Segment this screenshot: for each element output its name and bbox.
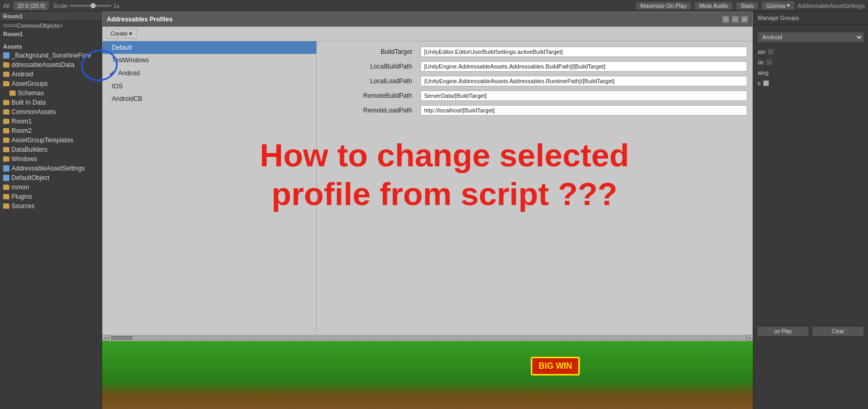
field-value-localloadpath[interactable] (420, 76, 747, 86)
field-label-alog: alog (758, 70, 769, 76)
folder-icon (3, 147, 9, 152)
list-item[interactable]: Plugins (0, 192, 101, 201)
window-menu-button[interactable]: ≡ (722, 16, 729, 23)
profile-label-androidcb: AndroidCB (112, 95, 142, 103)
folder-icon (9, 90, 16, 96)
addressables-profiles-window: Addressables Profiles ≡ — ✕ Create ▾ Def… (102, 12, 753, 341)
left-panel-header: Room1 (0, 12, 101, 21)
list-item[interactable]: ddressableAssetsData (0, 60, 101, 70)
field-label-localloadpath: LocalLoadPath (322, 77, 416, 85)
field-value-localbuildpath[interactable] (420, 61, 747, 72)
folder-icon (3, 128, 9, 133)
list-item[interactable]: AddressableAssetSettings (0, 164, 101, 173)
checkbox-e[interactable]: ✓ (763, 80, 769, 86)
list-item[interactable]: DefaultObject (0, 173, 101, 183)
profile-item-androidcb[interactable]: AndroidCB (102, 93, 316, 105)
checkbox-ate[interactable] (768, 49, 774, 55)
right-panel-buttons: on Play Clear (753, 324, 868, 338)
list-item[interactable]: Built In Data (0, 98, 101, 107)
scrollbar-thumb[interactable] (111, 336, 132, 339)
asset-icon (3, 165, 9, 172)
right-panel-platform: Android (753, 32, 868, 42)
asset-icon (3, 175, 9, 181)
toolbar-right: Maximize On Play Mute Audio Stats Gizmos… (636, 1, 865, 10)
field-row-localloadpath: LocalLoadPath (322, 76, 747, 86)
on-play-button[interactable]: on Play (757, 326, 809, 336)
list-item[interactable]: CommonAssets (0, 107, 101, 117)
profile-item-testwindows[interactable]: TestWindows (102, 54, 316, 66)
window-minimize-button[interactable]: — (732, 16, 739, 23)
list-item[interactable]: Schemas (0, 88, 101, 98)
field-alog: alog (753, 67, 868, 78)
scroll-right-button[interactable]: ▸ (747, 335, 753, 341)
stats-button[interactable]: Stats (736, 2, 758, 10)
asset-icon (3, 52, 9, 59)
horizontal-scrollbar[interactable]: ◂ ▸ (102, 335, 753, 341)
scale-control: Scale 1x (53, 3, 119, 9)
profile-label-android: Android (118, 70, 140, 77)
scroll-left-button[interactable]: ◂ (102, 335, 108, 341)
list-item[interactable]: Sources (0, 201, 101, 211)
right-panel: Manage Groups Android ate de alog e ✓ on… (753, 12, 868, 409)
platform-dropdown[interactable]: Android (758, 32, 864, 42)
list-item[interactable]: _Background_SunshineFore (0, 51, 101, 60)
checkmark-icon: ✓ (109, 69, 115, 77)
folder-icon (3, 100, 9, 105)
field-value-remotebuildpath[interactable] (420, 90, 747, 101)
addr-toolbar: Create ▾ (102, 27, 752, 41)
ratio-selector[interactable]: 20:9 (20:9) (14, 2, 49, 10)
checkbox-de[interactable] (766, 59, 772, 65)
list-item[interactable]: AssetGroupTemplates (0, 135, 101, 145)
field-de: de (753, 57, 868, 67)
top-toolbar: All 20:9 (20:9) Scale 1x Maximize On Pla… (0, 0, 868, 12)
window-title: Addressables Profiles (107, 16, 173, 23)
list-item[interactable]: Room1 (0, 117, 101, 126)
field-label-localbuildpath: LocalBuildPath (322, 63, 416, 70)
list-item[interactable]: mmon (0, 183, 101, 192)
list-item[interactable]: Android (0, 70, 101, 79)
addr-body: Default TestWindows ✓ Android IOS Androi… (102, 41, 752, 340)
scale-thumb[interactable] (90, 3, 96, 8)
folder-icon (3, 194, 9, 199)
field-row-buildtarget: BuildTarget (322, 47, 747, 57)
game-elements: BIG WIN (102, 341, 753, 409)
clear-button[interactable]: Clear (812, 326, 864, 336)
folder-icon (3, 109, 9, 115)
big-win-sign: BIG WIN (531, 357, 580, 376)
maximize-on-play-button[interactable]: Maximize On Play (636, 2, 692, 10)
window-close-button[interactable]: ✕ (741, 16, 748, 23)
list-item[interactable]: Room2 (0, 126, 101, 135)
create-button[interactable]: Create ▾ (106, 29, 137, 39)
field-label-ate: ate (758, 49, 766, 55)
field-label-de: de (758, 59, 764, 65)
hierarchy-item-commonobjects[interactable]: ====CommonObjects= (0, 21, 101, 30)
folder-icon (3, 185, 9, 190)
profile-item-ios[interactable]: IOS (102, 80, 316, 93)
scale-value: 1x (113, 3, 120, 9)
field-value-remoteloadpath[interactable] (420, 105, 747, 116)
asset-settings-label: AddressableAssetSettings (798, 3, 865, 9)
game-view: BIG WIN (102, 341, 753, 409)
scrollbar-track[interactable] (108, 336, 747, 340)
profile-item-default[interactable]: Default (102, 41, 316, 54)
list-item[interactable]: DataBuilders (0, 145, 101, 154)
field-value-buildtarget[interactable] (420, 47, 747, 57)
list-item[interactable]: Windows (0, 154, 101, 164)
profile-item-android[interactable]: ✓ Android (102, 66, 316, 80)
list-item[interactable]: AssetGroups (0, 79, 101, 88)
field-row-remotebuildpath: RemoteBuildPath (322, 90, 747, 101)
manage-groups-label[interactable]: Manage Groups (753, 12, 868, 25)
folder-icon (3, 72, 9, 77)
mute-audio-button[interactable]: Mute Audio (694, 2, 733, 10)
gizmos-button[interactable]: Gizmos ▾ (761, 1, 794, 10)
scale-slider[interactable] (70, 5, 111, 7)
profile-label-testwindows: TestWindows (112, 56, 149, 64)
profile-detail: BuildTarget LocalBuildPath LocalLoadPath… (317, 41, 752, 340)
profile-label-ios: IOS (112, 83, 123, 90)
field-label-remoteloadpath: RemoteLoadPath (322, 107, 416, 114)
left-panel: Room1 ====CommonObjects= Room1 Assets _B… (0, 12, 102, 409)
scale-label: Scale (53, 3, 67, 9)
folder-icon (3, 81, 9, 86)
folder-icon (3, 203, 9, 209)
hierarchy-item-room1[interactable]: Room1 (0, 30, 101, 38)
